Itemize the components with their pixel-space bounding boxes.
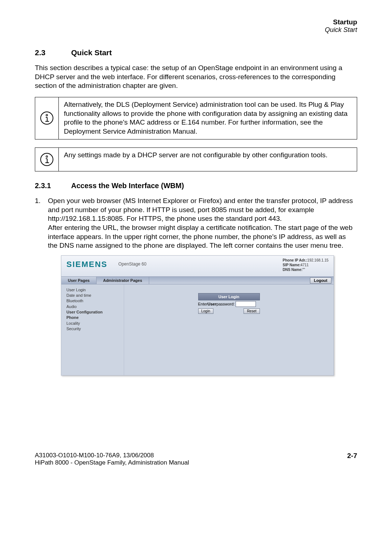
list-number: 1. [35, 197, 48, 376]
sidebar-item-date-time[interactable]: Date and time [66, 293, 121, 298]
ordered-list: 1. Open your web browser (MS Internet Ex… [35, 197, 357, 376]
wbm-main: User Login Enter User password: Login Re… [124, 284, 334, 375]
wbm-screenshot: SIEMENS OpenStage 60 Phone IP Adr.:192.1… [61, 255, 334, 376]
footer-title: HiPath 8000 - OpenStage Family, Administ… [35, 459, 189, 466]
section-title: Quick Start [71, 48, 112, 57]
footer-docid: A31003-O1010-M100-10-76A9, 13/06/2008 [35, 452, 189, 459]
ip-label: Phone IP Adr.: [283, 258, 307, 262]
note-text-1: Alternatively, the DLS (Deployment Servi… [59, 97, 357, 139]
logout-button[interactable]: Logout [310, 278, 331, 284]
dns-value: "" [302, 268, 305, 272]
note-box-2: Any settings made by a DHCP server are n… [35, 147, 357, 171]
device-model: OpenStage 60 [118, 262, 146, 267]
svg-point-1 [46, 114, 48, 116]
list-body: Open your web browser (MS Internet Explo… [48, 197, 357, 376]
footer-left: A31003-O1010-M100-10-76A9, 13/06/2008 Hi… [35, 452, 189, 466]
login-buttons: Login Reset [198, 308, 260, 314]
svg-point-6 [46, 156, 48, 157]
sidebar-item-security[interactable]: Security [66, 326, 121, 332]
section-number: 2.3 [35, 48, 71, 57]
wbm-tabbar: User Pages Administrator Pages Logout [61, 276, 334, 284]
password-row: Enter User password: [198, 301, 260, 307]
wbm-sidebar: User Login Date and time Bluetooth Audio… [61, 284, 124, 375]
prompt-text-c: password: [216, 301, 234, 307]
note-text-2: Any settings made by a DHCP server are n… [59, 148, 357, 171]
list-item: 1. Open your web browser (MS Internet Ex… [35, 197, 357, 376]
info-icon [35, 97, 59, 139]
page-header: Startup Quick Start [35, 18, 357, 34]
sidebar-item-user-config[interactable]: User Configuration [66, 309, 121, 315]
sip-value: 4711 [301, 263, 309, 267]
prompt-text-b: User [208, 301, 216, 307]
header-section: Quick Start [35, 26, 357, 34]
sidebar-item-user-login[interactable]: User Login [66, 287, 121, 293]
page-number: 2-7 [347, 452, 357, 466]
page-footer: A31003-O1010-M100-10-76A9, 13/06/2008 Hi… [35, 452, 357, 466]
document-page: Startup Quick Start 2.3Quick Start This … [0, 0, 392, 485]
dns-label: DNS Name: [283, 268, 302, 272]
section-intro: This section describes a typical case: t… [35, 64, 357, 90]
siemens-logo: SIEMENS [66, 259, 107, 270]
sip-label: SIP Name: [283, 263, 301, 267]
wbm-body: User Login Date and time Bluetooth Audio… [61, 284, 334, 375]
wbm-header: SIEMENS OpenStage 60 Phone IP Adr.:192.1… [61, 256, 334, 276]
tab-admin-pages[interactable]: Administrator Pages [97, 277, 149, 284]
section-heading: 2.3Quick Start [35, 48, 357, 57]
reset-button[interactable]: Reset [244, 308, 260, 314]
sidebar-item-locality[interactable]: Locality [66, 321, 121, 326]
step-paragraph-2: After entering the URL, the browser migh… [48, 223, 357, 250]
sidebar-item-phone[interactable]: Phone [66, 315, 121, 320]
info-icon [35, 148, 59, 171]
ip-value: 192.168.1.15 [307, 258, 328, 262]
prompt-text-a: Enter [198, 301, 208, 307]
header-chapter: Startup [35, 18, 357, 26]
step-paragraph-1: Open your web browser (MS Internet Explo… [48, 197, 357, 223]
login-panel: User Login Enter User password: Login Re… [198, 293, 260, 314]
subsection-title: Access the Web Interface (WBM) [71, 182, 184, 190]
note-box-1: Alternatively, the DLS (Deployment Servi… [35, 97, 357, 139]
tab-user-pages[interactable]: User Pages [61, 277, 97, 284]
subsection-number: 2.3.1 [35, 182, 71, 190]
password-input[interactable] [236, 301, 256, 307]
sidebar-item-bluetooth[interactable]: Bluetooth [66, 298, 121, 304]
login-button[interactable]: Login [198, 308, 213, 314]
sidebar-item-audio[interactable]: Audio [66, 304, 121, 309]
login-panel-title: User Login [198, 293, 260, 300]
subsection-heading: 2.3.1Access the Web Interface (WBM) [35, 182, 357, 190]
device-info: Phone IP Adr.:192.168.1.15 SIP Name:4711… [283, 258, 328, 272]
